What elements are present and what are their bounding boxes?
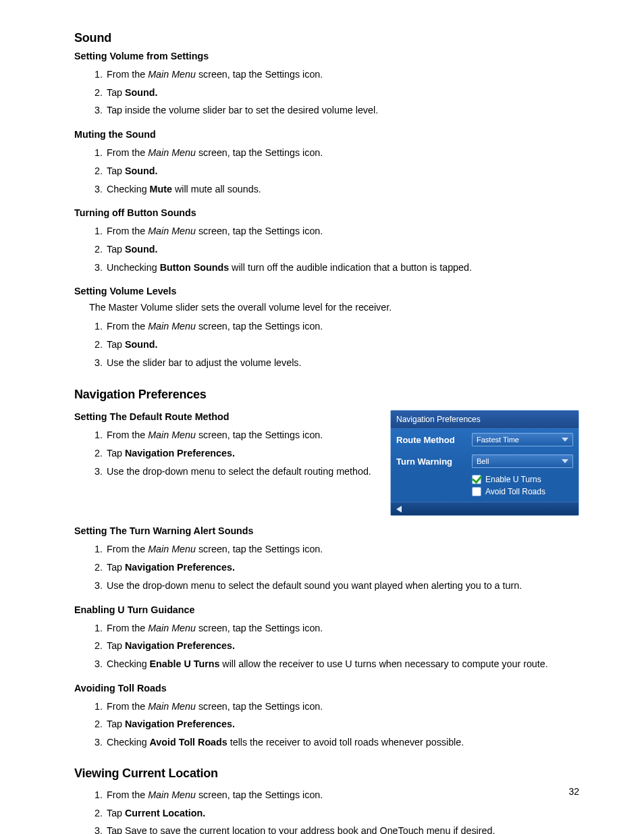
step-item: From the Main Menu screen, tap the Setti… [105,66,579,84]
turn-warning-select[interactable]: Bell [472,454,573,468]
bold-text: Sound. [125,87,157,98]
step-item: Use the drop-down menu to select the def… [105,463,375,481]
step-list: From the Main Menu screen, tap the Setti… [74,619,579,673]
subheading: Setting The Turn Warning Alert Sounds [74,525,579,536]
step-list: From the Main Menu screen, tap the Setti… [74,144,579,198]
step-list: From the Main Menu screen, tap the Setti… [74,540,579,594]
subheading: Setting The Default Route Method [74,411,375,422]
italic-text: Main Menu [148,226,196,236]
step-item: Tap Navigation Preferences. [105,558,579,577]
bold-text: Button Sounds [160,262,229,273]
step-item: From the Main Menu screen, tap the Setti… [105,786,579,804]
step-item: Tap Sound. [105,240,579,259]
turn-warning-label: Turn Warning [396,457,466,467]
bold-text: Mute [150,184,172,194]
step-item: Checking Avoid Toll Roads tells the rece… [105,733,579,752]
step-list: From the Main Menu screen, tap the Setti… [74,786,579,834]
italic-text: Main Menu [148,701,196,712]
enable-uturns-checkbox[interactable] [472,475,481,484]
enable-uturns-label: Enable U Turns [485,475,541,484]
step-item: Tap Navigation Preferences. [105,715,579,733]
step-list: From the Main Menu screen, tap the Setti… [74,426,375,480]
step-item: Tap Navigation Preferences. [105,637,579,655]
italic-text: Main Menu [148,789,196,800]
step-item: Tap Sound. [105,336,579,354]
subheading: Avoiding Toll Roads [74,683,579,694]
route-method-select[interactable]: Fastest Time [472,433,573,446]
step-item: Unchecking Button Sounds will turn off t… [105,259,579,277]
step-item: Checking Enable U Turns will allow the r… [105,655,579,673]
bold-text: Enable U Turns [150,658,220,669]
avoid-tolls-label: Avoid Toll Roads [485,487,545,496]
bold-text: Avoid Toll Roads [150,737,227,748]
step-list: From the Main Menu screen, tap the Setti… [74,317,579,371]
bold-text: Navigation Preferences. [125,719,235,729]
bold-text: Navigation Preferences. [125,448,235,459]
italic-text: Main Menu [148,147,196,158]
step-list: From the Main Menu screen, tap the Setti… [74,698,579,752]
step-item: From the Main Menu screen, tap the Setti… [105,619,579,637]
step-list: From the Main Menu screen, tap the Setti… [74,222,579,276]
turn-warning-value: Bell [477,457,489,465]
italic-text: Main Menu [148,544,196,554]
step-list: From the Main Menu screen, tap the Setti… [74,66,579,120]
step-item: Tap Sound. [105,84,579,102]
bold-text: Sound. [125,244,157,255]
chevron-down-icon [562,459,568,463]
step-item: Tap inside the volume slider bar to set … [105,101,579,120]
step-item: Tap Sound. [105,162,579,180]
italic-text: Main Menu [148,321,196,332]
italic-text: Main Menu [148,623,196,633]
nav-widget-title: Navigation Preferences [391,411,579,429]
section-heading-location: Viewing Current Location [74,766,579,781]
step-item: From the Main Menu screen, tap the Setti… [105,144,579,162]
step-item: From the Main Menu screen, tap the Setti… [105,426,375,444]
lead-paragraph: The Master Volume slider sets the overal… [89,301,579,315]
bold-text: Sound. [125,339,157,350]
page-number: 32 [568,786,579,797]
step-item: Use the slider bar to adjust the volume … [105,354,579,372]
step-item: Checking Mute will mute all sounds. [105,180,579,199]
bold-text: Navigation Preferences. [125,640,235,651]
subheading: Turning off Button Sounds [74,207,579,218]
step-item: From the Main Menu screen, tap the Setti… [105,698,579,716]
route-method-label: Route Method [396,435,466,445]
section-heading-navigation: Navigation Preferences [74,388,579,402]
step-item: From the Main Menu screen, tap the Setti… [105,222,579,240]
step-item: From the Main Menu screen, tap the Setti… [105,540,579,558]
step-item: Use the drop-down menu to select the def… [105,577,579,595]
italic-text: Main Menu [148,429,196,440]
subheading: Setting Volume from Settings [74,51,579,61]
step-item: Tap Save to save the current location to… [105,822,579,834]
italic-text: Main Menu [148,69,196,80]
step-item: Tap Current Location. [105,804,579,823]
step-item: Tap Navigation Preferences. [105,444,375,463]
subheading: Setting Volume Levels [74,286,579,296]
nav-preferences-screenshot: Navigation Preferences Route Method Fast… [390,410,579,516]
avoid-tolls-checkbox[interactable] [472,487,481,496]
bold-text: Navigation Preferences. [125,562,235,573]
section-heading-sound: Sound [74,31,579,45]
subheading: Enabling U Turn Guidance [74,604,579,615]
bold-text: Current Location. [125,808,205,818]
back-icon[interactable] [396,506,402,513]
subheading: Muting the Sound [74,129,579,140]
bold-text: Sound. [125,165,157,176]
chevron-down-icon [562,438,568,442]
route-method-value: Fastest Time [477,436,519,444]
step-item: From the Main Menu screen, tap the Setti… [105,317,579,336]
